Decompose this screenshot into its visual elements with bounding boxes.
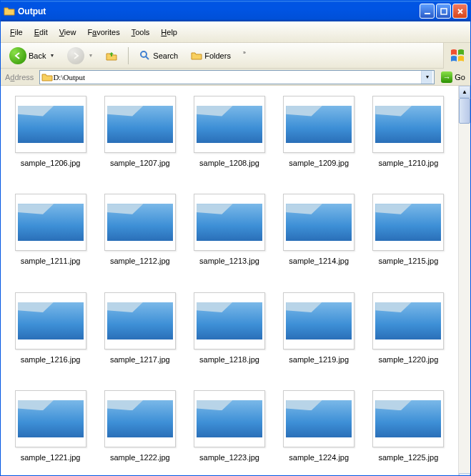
svg-point-2	[141, 51, 147, 57]
folder-icon	[41, 71, 53, 83]
scroll-thumb[interactable]	[459, 98, 470, 124]
scroll-up-button[interactable]: ▲	[459, 86, 470, 98]
titlebar[interactable]: Output	[1, 1, 470, 21]
file-item[interactable]: sample_1216.jpg	[8, 292, 93, 377]
thumbnail-frame	[15, 390, 86, 447]
back-label: Back	[29, 51, 46, 60]
folder-icon	[4, 6, 15, 17]
menu-favorites[interactable]: Favorites	[81, 25, 125, 39]
thumbnail-frame	[283, 194, 355, 251]
thumbnail-image	[18, 204, 84, 241]
thumbnails-grid[interactable]: sample_1206.jpg sample_1207.jpg sample_1…	[1, 86, 458, 476]
thumbnail-image	[18, 106, 84, 143]
go-button[interactable]: → Go	[437, 70, 469, 84]
file-name: sample_1209.jpg	[289, 159, 349, 167]
file-item[interactable]: sample_1221.jpg	[8, 390, 93, 475]
maximize-button[interactable]	[436, 4, 451, 19]
file-name: sample_1208.jpg	[199, 159, 259, 167]
file-item[interactable]: sample_1214.jpg	[277, 194, 362, 279]
folders-button[interactable]: Folders	[187, 47, 235, 64]
minimize-button[interactable]	[420, 4, 435, 19]
file-name: sample_1212.jpg	[110, 257, 170, 265]
file-item[interactable]: sample_1208.jpg	[187, 96, 272, 181]
thumbnail-frame	[194, 96, 265, 153]
thumbnail-frame	[104, 96, 176, 153]
file-name: sample_1223.jpg	[199, 453, 259, 462]
thumbnail-image	[197, 302, 262, 339]
thumbnail-image	[18, 400, 84, 437]
thumbnail-image	[286, 302, 352, 339]
thumbnail-image	[18, 302, 84, 339]
thumbnail-frame	[104, 292, 176, 349]
address-dropdown[interactable]: ▾	[421, 71, 432, 84]
file-item[interactable]: sample_1219.jpg	[277, 292, 362, 377]
scroll-track[interactable]	[459, 98, 470, 473]
up-button[interactable]	[101, 47, 122, 64]
thumbnail-image	[286, 204, 352, 241]
file-item[interactable]: sample_1224.jpg	[277, 390, 362, 475]
file-item[interactable]: sample_1211.jpg	[8, 194, 93, 279]
address-label: Address	[2, 73, 36, 81]
file-item[interactable]: sample_1217.jpg	[97, 292, 182, 377]
file-name: sample_1219.jpg	[289, 355, 349, 364]
file-item[interactable]: sample_1210.jpg	[366, 96, 451, 181]
menu-file[interactable]: File	[4, 25, 29, 39]
thumbnail-image	[107, 106, 173, 143]
menu-view[interactable]: View	[54, 25, 82, 39]
search-label: Search	[153, 51, 178, 60]
file-item[interactable]: sample_1213.jpg	[187, 194, 272, 279]
thumbnail-frame	[372, 96, 444, 153]
file-item[interactable]: sample_1223.jpg	[187, 390, 272, 475]
file-name: sample_1220.jpg	[378, 355, 438, 364]
file-name: sample_1213.jpg	[199, 257, 259, 265]
thumbnail-image	[197, 106, 262, 143]
toolbar-overflow[interactable]: »	[239, 51, 249, 61]
search-button[interactable]: Search	[135, 47, 182, 64]
thumbnail-frame	[15, 194, 86, 251]
file-item[interactable]: sample_1215.jpg	[366, 194, 451, 279]
file-name: sample_1207.jpg	[110, 159, 170, 167]
file-item[interactable]: sample_1220.jpg	[366, 292, 451, 377]
scroll-down-button[interactable]: ▼	[459, 473, 470, 476]
file-name: sample_1224.jpg	[289, 453, 349, 462]
thumbnail-image	[197, 204, 262, 241]
thumbnail-image	[286, 106, 352, 143]
file-item[interactable]: sample_1207.jpg	[97, 96, 182, 181]
file-item[interactable]: sample_1225.jpg	[366, 390, 451, 475]
address-input[interactable]	[53, 73, 421, 81]
thumbnail-frame	[194, 390, 265, 447]
file-name: sample_1210.jpg	[378, 159, 438, 167]
file-item[interactable]: sample_1209.jpg	[277, 96, 362, 181]
thumbnail-image	[107, 400, 173, 437]
menu-help[interactable]: Help	[155, 25, 183, 39]
thumbnail-frame	[283, 390, 355, 447]
file-name: sample_1206.jpg	[21, 159, 81, 167]
forward-button: ▼	[63, 44, 97, 67]
thumbnail-frame	[15, 292, 86, 349]
thumbnail-image	[107, 204, 173, 241]
file-name: sample_1211.jpg	[21, 257, 81, 265]
thumbnail-image	[375, 400, 441, 437]
file-item[interactable]: sample_1222.jpg	[97, 390, 182, 475]
file-item[interactable]: sample_1212.jpg	[97, 194, 182, 279]
dropdown-arrow-icon: ▼	[88, 53, 93, 58]
close-button[interactable]	[452, 4, 467, 19]
file-name: sample_1225.jpg	[378, 453, 438, 462]
thumbnail-image	[286, 400, 352, 437]
svg-rect-1	[441, 9, 447, 14]
address-input-wrap[interactable]: ▾	[39, 70, 435, 84]
menu-edit[interactable]: Edit	[29, 25, 54, 39]
thumbnail-frame	[372, 292, 444, 349]
thumbnail-image	[107, 302, 173, 339]
thumbnail-frame	[283, 292, 355, 349]
vertical-scrollbar[interactable]: ▲ ▼	[458, 86, 470, 476]
thumbnail-frame	[194, 194, 265, 251]
separator	[128, 47, 129, 64]
file-item[interactable]: sample_1206.jpg	[8, 96, 93, 181]
file-item[interactable]: sample_1218.jpg	[187, 292, 272, 377]
back-button[interactable]: Back ▼	[5, 44, 59, 67]
folders-icon	[191, 50, 202, 61]
thumbnail-frame	[194, 292, 265, 349]
menu-tools[interactable]: Tools	[126, 25, 156, 39]
thumbnail-frame	[15, 96, 86, 153]
